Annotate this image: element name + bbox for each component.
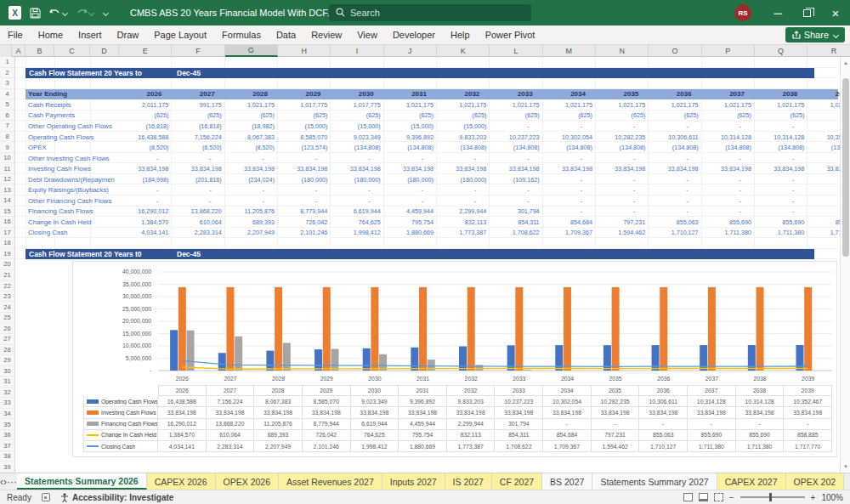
cell-2037[interactable]: 1,711,380 xyxy=(702,228,751,239)
row-label[interactable]: Financing Cash Flows xyxy=(28,207,118,218)
row-header-5[interactable]: 5 xyxy=(0,99,15,110)
cell-2031[interactable]: (134,808) xyxy=(384,142,434,153)
cell-2037[interactable]: - xyxy=(702,207,751,218)
cell-2037[interactable]: - xyxy=(702,195,751,207)
row-header-10[interactable]: 10 xyxy=(0,153,15,164)
year-cell-2033[interactable]: 2033 xyxy=(490,89,532,100)
cell-2033[interactable]: 301,794 xyxy=(490,207,539,218)
cell-2036[interactable]: 855,063 xyxy=(649,217,698,228)
year-cell-2030[interactable]: 2030 xyxy=(331,89,373,100)
cell-2029[interactable]: 8,779,944 xyxy=(278,207,327,218)
column-header-Q[interactable]: Q xyxy=(755,45,808,57)
cell-2033[interactable]: - xyxy=(490,184,539,195)
sheet-tab-is-2027[interactable]: IS 2027 xyxy=(445,473,492,490)
accessibility-status[interactable]: Accessibility: Investigate xyxy=(60,493,174,502)
year-cell-2036[interactable]: 2036 xyxy=(649,89,691,100)
cell-2032[interactable]: 1,021,175 xyxy=(437,99,486,110)
cell-2026[interactable]: 33,834,198 xyxy=(119,163,168,174)
row-header-21[interactable]: 21 xyxy=(0,270,15,281)
cell-2035[interactable]: - xyxy=(596,121,645,132)
row-header-18[interactable]: 18 xyxy=(0,238,15,249)
cell-2031[interactable]: 1,880,669 xyxy=(384,228,434,239)
cell-2037[interactable]: 10,314,128 xyxy=(702,132,751,143)
cell-2031[interactable]: 33,834,198 xyxy=(384,163,434,174)
column-header-M[interactable]: M xyxy=(543,45,596,57)
cell-2034[interactable]: 33,834,198 xyxy=(543,163,592,174)
row-label[interactable]: Cash Payments xyxy=(28,110,118,122)
column-header-D[interactable]: D xyxy=(90,45,119,57)
row-header-1[interactable]: 1 xyxy=(0,57,15,68)
cell-2030[interactable]: - xyxy=(331,184,380,195)
cell-2035[interactable]: 10,282,235 xyxy=(596,132,645,143)
cell-2029[interactable]: (180,000) xyxy=(278,174,327,185)
cell-2030[interactable]: 33,834,198 xyxy=(331,163,380,174)
menu-tab-page-layout[interactable]: Page Layout xyxy=(146,25,214,44)
cell-2028[interactable]: 33,834,198 xyxy=(225,163,275,174)
cell-2035[interactable]: (625) xyxy=(596,110,645,122)
cell-2036[interactable]: (134,808) xyxy=(649,142,698,153)
row-header-11[interactable]: 11 xyxy=(0,163,15,174)
row-header-8[interactable]: 8 xyxy=(0,132,15,143)
row-label[interactable]: Change In Cash Held xyxy=(28,217,118,228)
column-header-G[interactable]: G xyxy=(225,45,278,57)
cell-2032[interactable]: (15,000) xyxy=(437,121,486,132)
cell-2036[interactable]: - xyxy=(649,174,698,185)
row-header-15[interactable]: 15 xyxy=(0,207,15,218)
close-button[interactable]: × xyxy=(821,0,850,25)
row-header-30[interactable]: 30 xyxy=(0,366,15,377)
row-header-29[interactable]: 29 xyxy=(0,355,15,366)
cell-2034[interactable]: (134,808) xyxy=(543,142,592,153)
row-header-37[interactable]: 37 xyxy=(0,440,15,451)
cell-2038[interactable]: 855,690 xyxy=(755,217,804,228)
row-label[interactable]: Other Financing Cash Flows xyxy=(28,195,118,207)
cell-2032[interactable]: - xyxy=(437,153,486,164)
cell-2035[interactable]: - xyxy=(596,184,645,195)
cell-2038[interactable]: - xyxy=(755,153,804,164)
cell-2038[interactable]: - xyxy=(755,207,804,218)
cell-2029[interactable]: - xyxy=(278,153,327,164)
cell-2032[interactable]: 1,773,387 xyxy=(437,228,486,239)
cell-2035[interactable]: 1,021,175 xyxy=(596,99,645,110)
year-cell-2038[interactable]: 2038 xyxy=(755,89,797,100)
cell-2035[interactable]: 33,834,198 xyxy=(596,163,645,174)
normal-view-icon[interactable] xyxy=(683,493,693,501)
cell-2038[interactable]: (134,808) xyxy=(755,142,804,153)
column-header-B[interactable]: B xyxy=(26,45,54,57)
column-header-A[interactable]: A xyxy=(12,45,26,57)
cell-2033[interactable]: - xyxy=(490,121,539,132)
row-label[interactable]: Other Operating Cash Flows xyxy=(28,121,118,132)
cell-2031[interactable]: (15,000) xyxy=(384,121,434,132)
macro-record-icon[interactable] xyxy=(42,493,50,501)
cell-2036[interactable]: 10,306,611 xyxy=(649,132,698,143)
cell-2037[interactable]: (625) xyxy=(702,110,751,122)
cell-2034[interactable]: 854,684 xyxy=(543,217,592,228)
cell-2030[interactable]: - xyxy=(331,153,380,164)
account-avatar[interactable]: RS xyxy=(734,4,751,21)
cell-2027[interactable]: 7,156,224 xyxy=(172,132,221,143)
cell-2031[interactable]: (180,000) xyxy=(384,174,434,185)
row-header-19[interactable]: 19 xyxy=(0,249,15,260)
menu-tab-review[interactable]: Review xyxy=(303,25,349,44)
row-header-28[interactable]: 28 xyxy=(0,345,15,356)
scroll-up-arrow[interactable]: ▲ xyxy=(841,58,850,68)
row-header-2[interactable]: 2 xyxy=(0,68,15,79)
cell-2026[interactable]: 16,290,012 xyxy=(119,207,168,218)
cell-2030[interactable]: 1,998,412 xyxy=(331,228,380,239)
cell-2036[interactable]: 33,834,198 xyxy=(649,163,698,174)
cell-2036[interactable]: 1,021,175 xyxy=(649,99,698,110)
cell-2038[interactable]: 1,021,175 xyxy=(755,99,804,110)
cell-2027[interactable]: 13,868,220 xyxy=(172,207,221,218)
cell-2037[interactable]: 33,834,198 xyxy=(702,163,751,174)
row-header-12[interactable]: 12 xyxy=(0,174,15,185)
cell-2027[interactable]: - xyxy=(172,195,221,207)
row-header-35[interactable]: 35 xyxy=(0,419,15,430)
cell-2030[interactable]: (180,000) xyxy=(331,174,380,185)
cell-2034[interactable]: - xyxy=(543,153,592,164)
cell-2031[interactable]: (625) xyxy=(384,110,434,122)
row-header-34[interactable]: 34 xyxy=(0,409,15,420)
cell-2027[interactable]: 33,834,198 xyxy=(172,163,221,174)
cell-2035[interactable]: - xyxy=(596,207,645,218)
vertical-scrollbar-thumb[interactable] xyxy=(842,78,849,257)
cell-2029[interactable]: 8,585,070 xyxy=(278,132,327,143)
cell-2031[interactable]: 4,459,944 xyxy=(384,207,434,218)
